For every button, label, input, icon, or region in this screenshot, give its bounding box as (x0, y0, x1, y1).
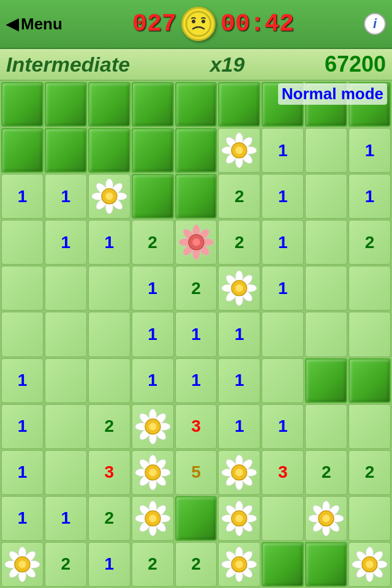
info-button[interactable]: i (364, 13, 386, 35)
cell[interactable]: 1 (262, 128, 304, 173)
cell[interactable]: 2 (88, 404, 130, 449)
cell[interactable]: 2 (305, 450, 347, 495)
cell[interactable] (132, 496, 174, 541)
cell[interactable] (1, 128, 43, 173)
cell[interactable] (218, 82, 260, 127)
cell[interactable] (132, 128, 174, 173)
cell[interactable] (349, 496, 391, 541)
cell[interactable] (349, 312, 391, 356)
cell[interactable] (132, 450, 174, 495)
cell[interactable]: 1 (45, 496, 87, 541)
cell[interactable]: 2 (175, 542, 217, 587)
cell[interactable] (305, 220, 347, 265)
cell[interactable]: 2 (218, 220, 260, 265)
cell[interactable]: 1 (1, 174, 43, 219)
cell[interactable]: 2 (132, 220, 174, 265)
cell[interactable] (132, 174, 174, 219)
cell[interactable]: 1 (1, 450, 43, 495)
cell[interactable] (349, 542, 391, 587)
cell[interactable]: 2 (218, 174, 260, 219)
cell[interactable] (45, 266, 87, 311)
cell[interactable]: 1 (45, 220, 87, 265)
cell[interactable]: 3 (175, 404, 217, 449)
cell[interactable]: 2 (88, 496, 130, 541)
cell[interactable] (262, 312, 304, 356)
cell[interactable] (1, 266, 43, 311)
cell[interactable] (132, 82, 174, 127)
face-button[interactable] (181, 7, 216, 41)
cell[interactable]: 1 (132, 312, 174, 356)
cell[interactable] (305, 128, 347, 173)
cell[interactable]: 2 (45, 542, 87, 587)
cell[interactable] (175, 496, 217, 541)
cell[interactable]: 1 (1, 496, 43, 541)
cell[interactable] (262, 542, 304, 587)
cell[interactable] (45, 450, 87, 495)
cell[interactable]: 2 (175, 266, 217, 311)
cell[interactable] (88, 358, 130, 403)
cell[interactable] (88, 82, 130, 127)
cell[interactable] (305, 496, 347, 541)
cell[interactable]: 1 (1, 358, 43, 403)
minesweeper-grid[interactable]: 1111 211112 21212 1111111112 31113 5 322… (1, 82, 391, 587)
cell[interactable] (305, 266, 347, 311)
cell[interactable] (45, 128, 87, 173)
cell[interactable]: 3 (88, 450, 130, 495)
cell[interactable] (305, 174, 347, 219)
cell[interactable] (1, 82, 43, 127)
cell[interactable]: 1 (132, 358, 174, 403)
cell[interactable] (305, 542, 347, 587)
cell[interactable] (305, 404, 347, 449)
cell[interactable] (349, 358, 391, 403)
cell[interactable]: 1 (262, 404, 304, 449)
cell[interactable] (305, 358, 347, 403)
cell[interactable]: 1 (175, 312, 217, 356)
cell[interactable]: 1 (132, 266, 174, 311)
cell[interactable]: 2 (349, 220, 391, 265)
cell[interactable] (349, 266, 391, 311)
cell[interactable] (218, 266, 260, 311)
cell[interactable] (175, 174, 217, 219)
cell[interactable] (1, 542, 43, 587)
cell[interactable]: 2 (349, 450, 391, 495)
cell[interactable] (349, 404, 391, 449)
cell[interactable]: 3 (262, 450, 304, 495)
cell[interactable]: 1 (218, 358, 260, 403)
cell[interactable]: 2 (132, 542, 174, 587)
menu-button[interactable]: ◀ Menu (6, 15, 62, 34)
cell[interactable]: 1 (175, 358, 217, 403)
cell[interactable]: 1 (1, 404, 43, 449)
cell[interactable] (45, 358, 87, 403)
cell[interactable] (218, 542, 260, 587)
cell[interactable]: 1 (218, 404, 260, 449)
cell[interactable]: 1 (88, 542, 130, 587)
cell[interactable] (1, 312, 43, 356)
cell[interactable] (218, 128, 260, 173)
cell[interactable] (88, 312, 130, 356)
cell[interactable]: 1 (349, 128, 391, 173)
cell[interactable]: 1 (349, 174, 391, 219)
cell[interactable]: 1 (218, 312, 260, 356)
cell[interactable] (45, 312, 87, 356)
cell[interactable] (262, 496, 304, 541)
cell[interactable] (1, 220, 43, 265)
cell[interactable] (218, 496, 260, 541)
cell[interactable] (175, 128, 217, 173)
cell[interactable] (88, 174, 130, 219)
cell[interactable] (218, 450, 260, 495)
cell[interactable]: 1 (262, 266, 304, 311)
cell[interactable]: 1 (88, 220, 130, 265)
cell[interactable] (175, 220, 217, 265)
cell[interactable]: 1 (262, 220, 304, 265)
cell[interactable]: 1 (262, 174, 304, 219)
cell[interactable] (88, 266, 130, 311)
cell[interactable] (45, 404, 87, 449)
cell[interactable] (175, 82, 217, 127)
cell[interactable] (132, 404, 174, 449)
cell[interactable] (88, 128, 130, 173)
cell[interactable] (305, 312, 347, 356)
cell[interactable]: 1 (45, 174, 87, 219)
cell[interactable] (262, 358, 304, 403)
cell[interactable] (45, 82, 87, 127)
cell[interactable]: 5 (175, 450, 217, 495)
